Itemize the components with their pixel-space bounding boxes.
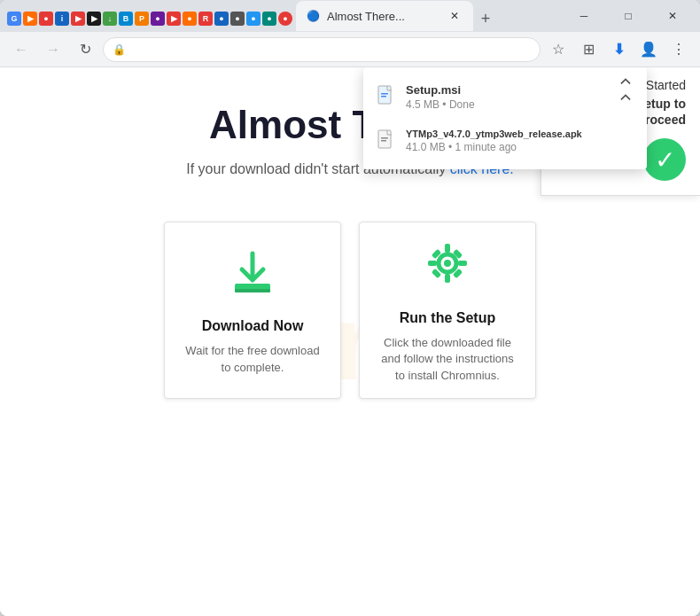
title-bar: G ▶ ● i ▶ ▶ ↓ B P ● ▶ ● R ● ● ● ● ● (0, 0, 700, 32)
download-now-title: Download Now (202, 318, 304, 334)
msi-filename: Setup.msi (406, 83, 633, 97)
download-info-msi: Setup.msi 4.5 MB • Done (406, 83, 633, 111)
toolbar-right: ☆ ⊞ ⬇ 👤 ⋮ (544, 35, 693, 64)
svg-rect-7 (235, 289, 270, 292)
forward-button[interactable]: → (39, 35, 67, 64)
address-bar[interactable]: 🔒 (103, 37, 541, 62)
favicon-row: G ▶ ● i ▶ ▶ ↓ B P ● ▶ ● R ● ● ● ● ● (7, 12, 292, 31)
favicon-4[interactable]: i (55, 12, 69, 26)
extensions-button[interactable]: ⊞ (574, 35, 603, 64)
favicon-2[interactable]: ▶ (23, 12, 37, 26)
favicon-7[interactable]: ↓ (103, 12, 117, 26)
maximize-button[interactable]: □ (608, 2, 649, 30)
svg-rect-1 (381, 93, 388, 95)
favicon-6[interactable]: ▶ (87, 12, 101, 26)
favicon-10[interactable]: ● (151, 12, 165, 26)
favicon-14[interactable]: ● (214, 12, 229, 26)
browser-window: G ▶ ● i ▶ ▶ ↓ B P ● ▶ ● R ● ● ● ● ● (0, 0, 700, 616)
svg-rect-5 (381, 140, 386, 142)
cards-container: Download Now Wait for the free download … (164, 222, 536, 399)
tab-close-button[interactable]: ✕ (447, 8, 463, 24)
download-info-apk: YTMp3_v4.7.0_ytmp3web_release.apk 41.0 M… (406, 129, 633, 153)
favicon-8[interactable]: B (119, 12, 133, 26)
svg-rect-10 (445, 244, 450, 253)
tab-bar: G ▶ ● i ▶ ▶ ↓ B P ● ▶ ● R ● ● ● ● ● (7, 1, 560, 31)
tab-favicon: 🔵 (307, 10, 320, 22)
favicon-12[interactable]: ● (183, 12, 197, 26)
download-item-msi[interactable]: Setup.msi 4.5 MB • Done (363, 74, 647, 120)
chevron-up-icon-2 (618, 90, 633, 104)
favicon-16[interactable]: ● (246, 12, 261, 26)
run-setup-icon (421, 237, 474, 300)
favicon-18[interactable]: ● (278, 12, 292, 26)
run-setup-card-title: Run the Setup (400, 310, 495, 326)
download-item-apk[interactable]: YTMp3_v4.7.0_ytmp3web_release.apk 41.0 M… (363, 120, 647, 162)
window-controls: ─ □ ✕ (564, 2, 693, 30)
svg-point-9 (444, 260, 451, 267)
download-now-desc: Wait for the free download to complete. (183, 343, 323, 375)
svg-rect-4 (381, 137, 388, 139)
chevron-up-button[interactable] (611, 74, 640, 103)
apk-filename: YTMp3_v4.7.0_ytmp3web_release.apk (406, 129, 633, 139)
new-tab-button[interactable]: + (473, 6, 498, 31)
lock-icon: 🔒 (113, 43, 126, 56)
close-button[interactable]: ✕ (652, 2, 693, 30)
run-setup-card: Run the Setup Click the downloaded file … (359, 222, 536, 399)
profile-button[interactable]: 👤 (634, 35, 663, 64)
download-dropdown: Setup.msi 4.5 MB • Done (363, 67, 647, 169)
apk-file-icon (377, 129, 395, 153)
back-button[interactable]: ← (7, 35, 35, 64)
svg-rect-3 (378, 130, 391, 148)
download-button[interactable]: ⬇ (604, 35, 633, 64)
apk-meta: 41.0 MB • 1 minute ago (406, 141, 633, 153)
svg-rect-0 (378, 86, 391, 104)
msi-meta: 4.5 MB • Done (406, 98, 633, 111)
download-now-icon (226, 245, 279, 308)
download-now-card: Download Now Wait for the free download … (164, 222, 341, 399)
minimize-button[interactable]: ─ (564, 2, 604, 30)
svg-rect-12 (428, 261, 437, 266)
page-content: PCrisk (0, 67, 700, 616)
favicon-9[interactable]: P (135, 12, 149, 26)
svg-rect-13 (458, 261, 467, 266)
bookmark-button[interactable]: ☆ (544, 35, 572, 64)
favicon-15[interactable]: ● (230, 12, 245, 26)
checkmark-icon: ✓ (643, 138, 686, 181)
svg-rect-11 (445, 274, 450, 283)
favicon-5[interactable]: ▶ (71, 12, 85, 26)
browser-toolbar: ← → ↻ 🔒 ☆ ⊞ ⬇ 👤 ⋮ (0, 32, 700, 67)
favicon-11[interactable]: ▶ (167, 12, 181, 26)
msi-file-icon (377, 85, 395, 109)
reload-button[interactable]: ↻ (71, 35, 99, 64)
favicon-13[interactable]: R (198, 12, 213, 26)
favicon-17[interactable]: ● (262, 12, 276, 26)
svg-rect-2 (381, 96, 386, 97)
favicon-3[interactable]: ● (39, 12, 53, 26)
menu-button[interactable]: ⋮ (665, 35, 693, 64)
favicon-google[interactable]: G (7, 12, 21, 26)
run-setup-card-desc: Click the downloaded file and follow the… (377, 335, 517, 384)
active-tab[interactable]: 🔵 Almost There... ✕ (296, 1, 473, 31)
chevron-up-icon (618, 74, 633, 88)
active-tab-label: Almost There... (327, 10, 405, 23)
